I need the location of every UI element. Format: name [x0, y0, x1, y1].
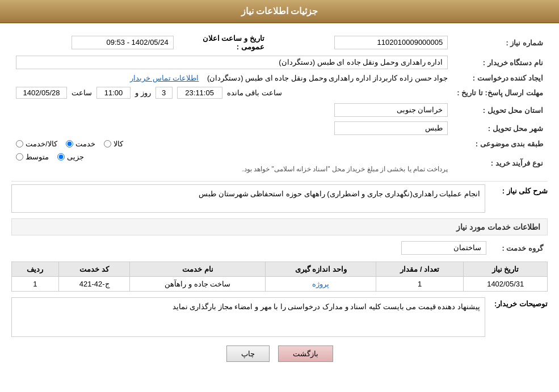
- namdastgah-value: اداره راهداری وحمل ونقل جاده ای طبس (دست…: [11, 53, 452, 71]
- shahr-label: شهر محل تحویل :: [452, 119, 548, 137]
- mohlat-roz-label: روز و: [135, 88, 151, 97]
- col-radif: ردیف: [12, 262, 59, 277]
- ijad-value: جواد حسن زاده کاربرداز اداره راهداری وحم…: [11, 71, 452, 85]
- farayand-label: نوع فرآیند خرید :: [452, 150, 548, 175]
- mohlat-baqi-box: 23:11:05: [177, 87, 222, 99]
- col-tedad: تعداد / مقدار: [376, 262, 464, 277]
- grohe-table: گروه خدمت : ساختمان: [11, 239, 548, 257]
- grohe-box: ساختمان: [401, 241, 486, 255]
- namdastgah-label: نام دستگاه خریدار :: [452, 53, 548, 71]
- farayand-motevaset-item[interactable]: متوسط: [16, 153, 49, 161]
- mohlat-baqi-label: ساعت باقی مانده: [227, 88, 282, 97]
- col-tarikh: تاریخ نیاز: [464, 262, 548, 277]
- farayand-jazzi-label: جزیی: [67, 153, 84, 161]
- cell-radif: 1: [12, 277, 59, 292]
- content-area: شماره نیاز : 1102010009000005 تاریخ و سا…: [0, 23, 559, 382]
- ijad-label: ایجاد کننده درخواست :: [452, 71, 548, 85]
- tabaqe-kala-label: کالا: [114, 140, 123, 148]
- sharh-section: شرح کلی نیاز : انجام عملیات راهداری(نگهد…: [11, 184, 548, 213]
- farayand-motevaset-radio[interactable]: [16, 153, 23, 161]
- khadamat-section-title: اطلاعات خدمات مورد نیاز: [11, 218, 548, 235]
- tabaqe-options: کالا/خدمت خدمت کالا: [11, 137, 452, 150]
- col-name: نام خدمت: [130, 262, 266, 277]
- farayand-radio-group: متوسط جزیی: [16, 153, 448, 161]
- tabaqe-kala-khadamat-radio[interactable]: [16, 140, 23, 147]
- tabaqe-radio-group: کالا/خدمت خدمت کالا: [16, 140, 448, 148]
- tarikh-label: تاریخ و ساعت اعلان عمومی :: [178, 32, 269, 53]
- row-shahr: شهر محل تحویل : طبس: [11, 119, 548, 137]
- grohe-label: گروه خدمت :: [491, 239, 548, 257]
- back-button[interactable]: بازگشت: [278, 345, 333, 362]
- cell-tedad: 1: [376, 277, 464, 292]
- farayand-container: متوسط جزیی پرداخت تمام یا بخشی از مبلغ خ…: [16, 153, 448, 173]
- ostan-box: خراسان جنوبی: [334, 103, 448, 117]
- tabaqe-kala-item[interactable]: کالا: [104, 140, 123, 148]
- cell-tarikh: 1402/05/31: [464, 277, 548, 292]
- sharh-label: شرح کلی نیاز :: [491, 184, 548, 195]
- tarikh-value: 1402/05/24 - 09:53: [11, 32, 178, 53]
- ijad-text: جواد حسن زاده کاربرداز اداره راهداری وحم…: [207, 74, 448, 82]
- buttons-row: بازگشت چاپ: [11, 345, 548, 373]
- tabaqe-kala-radio[interactable]: [104, 140, 111, 147]
- mohlat-fields: 1402/05/28 ساعت 11:00 روز و 3 23:11:05 س…: [16, 87, 448, 99]
- tarikh-box: 1402/05/24 - 09:53: [72, 36, 174, 49]
- grohe-row: گروه خدمت : ساختمان: [11, 239, 548, 257]
- col-kod: کد خدمت: [58, 262, 130, 277]
- mohlat-roz-box: 3: [155, 87, 173, 99]
- ijad-link[interactable]: اطلاعات تماس خریدار: [130, 74, 199, 82]
- cell-name: ساخت جاده و راهآهن: [130, 277, 266, 292]
- shomare-box: 1102010009000005: [334, 36, 448, 49]
- shahr-value: طبس: [11, 119, 452, 137]
- shomare-label: شماره نیاز :: [452, 32, 548, 53]
- table-body: 1402/05/31 1 پروژه ساخت جاده و راهآهن ج-…: [12, 277, 548, 292]
- mohlat-saat-label: ساعت: [72, 88, 92, 97]
- farayand-options: متوسط جزیی پرداخت تمام یا بخشی از مبلغ خ…: [11, 150, 452, 175]
- tabaqe-khadamat-label: خدمت: [75, 140, 95, 148]
- page-header: جزئیات اطلاعات نیاز: [0, 0, 559, 23]
- row-tabaqe: طبقه بندی موضوعی : کالا/خدمت خدمت کالا: [11, 137, 548, 150]
- tabaqe-khadamat-radio[interactable]: [66, 140, 73, 147]
- toseeh-box: پیشنهاد دهنده قیمت می بایست کلیه اسناد و…: [11, 297, 485, 337]
- toseeh-section: توصیحات خریدار: پیشنهاد دهنده قیمت می با…: [11, 297, 548, 337]
- separator1: [11, 181, 548, 182]
- services-table: تاریخ نیاز تعداد / مقدار واحد اندازه گیر…: [11, 262, 548, 292]
- row-ostan: استان محل تحویل : خراسان جنوبی: [11, 101, 548, 119]
- tabaqe-kala-khadamat-label: کالا/خدمت: [26, 140, 57, 148]
- info-table: شماره نیاز : 1102010009000005 تاریخ و سا…: [11, 32, 548, 175]
- table-row: 1402/05/31 1 پروژه ساخت جاده و راهآهن ج-…: [12, 277, 548, 292]
- tabaqe-khadamat-item[interactable]: خدمت: [66, 140, 95, 148]
- page-wrapper: جزئیات اطلاعات نیاز شماره نیاز : 1102010…: [0, 0, 559, 392]
- row-shomare: شماره نیاز : 1102010009000005 تاریخ و سا…: [11, 32, 548, 53]
- ostan-value: خراسان جنوبی: [11, 101, 452, 119]
- mohlat-label: مهلت ارسال پاسخ: تا تاریخ :: [452, 85, 548, 101]
- tabaqe-label: طبقه بندی موضوعی :: [452, 137, 548, 150]
- row-mohlat: مهلت ارسال پاسخ: تا تاریخ : 1402/05/28 س…: [11, 85, 548, 101]
- cell-kod: ج-42-421: [58, 277, 130, 292]
- sharh-content: انجام عملیات راهداری(نگهداری جاری و اضطر…: [11, 184, 485, 213]
- print-button[interactable]: چاپ: [226, 345, 270, 362]
- mohlat-saat-box: 11:00: [96, 87, 131, 99]
- toseeh-label: توصیحات خریدار:: [491, 297, 548, 308]
- farayand-jazzi-radio[interactable]: [57, 153, 65, 161]
- farayand-note: پرداخت تمام یا بخشی از مبلغ خریداز محل "…: [16, 165, 448, 173]
- row-farayand: نوع فرآیند خرید : متوسط جزیی: [11, 150, 548, 175]
- farayand-jazzi-item[interactable]: جزیی: [57, 153, 84, 161]
- tabaqe-kala-khadamat-item[interactable]: کالا/خدمت: [16, 140, 57, 148]
- ostan-label: استان محل تحویل :: [452, 101, 548, 119]
- page-title: جزئیات اطلاعات نیاز: [241, 6, 318, 16]
- mohlat-date-box: 1402/05/28: [16, 87, 67, 99]
- col-vahed: واحد اندازه گیری: [266, 262, 376, 277]
- mohlat-row: 1402/05/28 ساعت 11:00 روز و 3 23:11:05 س…: [11, 85, 452, 101]
- header-row: تاریخ نیاز تعداد / مقدار واحد اندازه گیر…: [12, 262, 548, 277]
- toseeh-content: پیشنهاد دهنده قیمت می بایست کلیه اسناد و…: [11, 297, 485, 337]
- farayand-motevaset-label: متوسط: [26, 153, 49, 161]
- shomare-value: 1102010009000005: [269, 32, 453, 53]
- namdastgah-box: اداره راهداری وحمل ونقل جاده ای طبس (دست…: [16, 56, 448, 69]
- shahr-box: طبس: [334, 121, 448, 135]
- row-ijad: ایجاد کننده درخواست : جواد حسن زاده کارب…: [11, 71, 548, 85]
- grohe-value: ساختمان: [11, 239, 491, 257]
- sharh-box: انجام عملیات راهداری(نگهداری جاری و اضطر…: [11, 184, 485, 213]
- cell-vahed: پروژه: [266, 277, 376, 292]
- table-header: تاریخ نیاز تعداد / مقدار واحد اندازه گیر…: [12, 262, 548, 277]
- row-namdastgah: نام دستگاه خریدار : اداره راهداری وحمل و…: [11, 53, 548, 71]
